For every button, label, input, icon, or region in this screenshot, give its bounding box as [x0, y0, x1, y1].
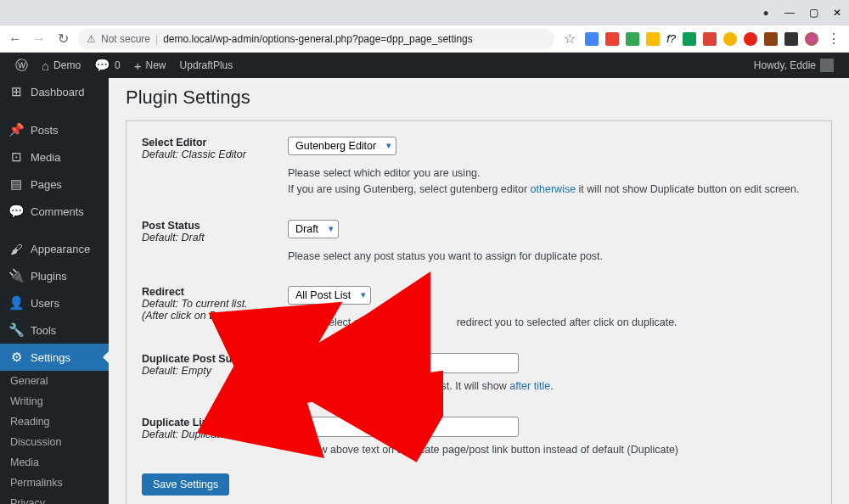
- submenu-privacy[interactable]: Privacy: [0, 493, 109, 504]
- admin-sidebar: ⊞Dashboard 📌Posts ⊡Media ▤Pages 💬Comment…: [0, 78, 109, 504]
- sidebar-item-settings[interactable]: ⚙Settings: [0, 344, 109, 371]
- submenu-permalinks[interactable]: Permalinks: [0, 473, 109, 493]
- menu-separator: [0, 109, 109, 113]
- main-content: Plugin Settings Select Editor Default: C…: [109, 78, 849, 504]
- row-suffix: Duplicate Post Suffix Default: Empty xxx…: [142, 353, 816, 395]
- sidebar-item-label: Plugins: [31, 270, 67, 283]
- site-name: Demo: [53, 59, 81, 71]
- sidebar-item-comments[interactable]: 💬Comments: [0, 198, 109, 225]
- sidebar-item-label: Dashboard: [31, 86, 85, 98]
- submenu-general[interactable]: General: [0, 371, 109, 391]
- user-icon: 👤: [8, 295, 24, 311]
- plus-icon: +: [134, 59, 142, 73]
- field-label: Duplicate Link Text: [142, 417, 288, 428]
- updraftplus-menu[interactable]: UpdraftPlus: [173, 53, 240, 78]
- dashboard-icon: ⊞: [8, 84, 24, 99]
- close-window-icon[interactable]: ✕: [832, 8, 842, 18]
- field-default: Default: Duplicate: [142, 428, 288, 440]
- ext-icon[interactable]: [703, 32, 717, 46]
- submenu-writing[interactable]: Writing: [0, 391, 109, 412]
- suffix-input[interactable]: [288, 353, 519, 373]
- sidebar-item-label: Appearance: [31, 243, 90, 255]
- sidebar-item-tools[interactable]: 🔧Tools: [0, 316, 109, 344]
- avatar: [820, 59, 834, 72]
- field-default: Default: To current list.: [142, 298, 288, 310]
- ext-icon[interactable]: [605, 32, 619, 46]
- address-bar[interactable]: ⚠ Not secure | demo.local/wp-admin/optio…: [78, 29, 554, 49]
- pin-icon: 📌: [8, 122, 24, 137]
- warning-icon: ⚠: [87, 33, 96, 45]
- submenu-discussion[interactable]: Discussion: [0, 432, 109, 452]
- field-label: Select Editor: [142, 137, 288, 148]
- help-text: Please select which editor you are using…: [288, 165, 816, 182]
- minimize-icon[interactable]: —: [784, 8, 795, 18]
- bookmark-star-icon[interactable]: ☆: [561, 31, 578, 48]
- sidebar-item-media[interactable]: ⊡Media: [0, 143, 109, 171]
- ext-icon[interactable]: [585, 32, 599, 46]
- row-redirect: Redirect Default: To current list. (Afte…: [142, 286, 816, 331]
- field-default: (After click on Duplicate): [142, 310, 288, 322]
- sidebar-item-plugins[interactable]: 🔌Plugins: [0, 262, 109, 289]
- sidebar-item-label: Media: [31, 151, 60, 164]
- page-title: Plugin Settings: [126, 87, 832, 109]
- updraft-label: UpdraftPlus: [180, 59, 233, 71]
- submenu-media[interactable]: Media: [0, 452, 109, 473]
- field-default: Default: Empty: [142, 365, 288, 377]
- wp-admin-bar: ⓦ ⌂Demo 💬0 +New UpdraftPlus Howdy, Eddie: [0, 53, 849, 78]
- browser-toolbar: ← → ↻ ⚠ Not secure | demo.local/wp-admin…: [0, 25, 849, 53]
- site-name-menu[interactable]: ⌂Demo: [35, 53, 87, 78]
- comment-icon: 💬: [8, 204, 24, 219]
- forward-button[interactable]: →: [31, 31, 48, 48]
- ext-icon[interactable]: [683, 32, 696, 46]
- page-icon: ▤: [8, 176, 24, 192]
- sidebar-item-pages[interactable]: ▤Pages: [0, 171, 109, 198]
- security-label: Not secure: [101, 33, 150, 45]
- gear-icon: ⚙: [8, 350, 24, 365]
- save-settings-button[interactable]: Save Settings: [142, 473, 229, 496]
- submenu-reading[interactable]: Reading: [0, 412, 109, 432]
- menu-separator: [0, 228, 109, 232]
- ext-icon[interactable]: f?: [666, 32, 676, 45]
- sidebar-item-label: Settings: [31, 351, 70, 364]
- comment-icon: 💬: [94, 58, 110, 73]
- back-button[interactable]: ←: [7, 31, 24, 48]
- field-label: Redirect: [142, 286, 288, 298]
- help-text: xxxxxxw above text on duplicate page/pos…: [288, 442, 816, 458]
- extensions-row: f? ⋮: [585, 31, 842, 48]
- new-content-menu[interactable]: +New: [127, 53, 173, 78]
- maximize-icon[interactable]: ▢: [808, 8, 818, 18]
- my-account-menu[interactable]: Howdy, Eddie: [747, 53, 841, 78]
- linktext-input[interactable]: [288, 417, 519, 437]
- wp-logo-menu[interactable]: ⓦ: [8, 53, 35, 78]
- editor-select[interactable]: Gutenberg Editor: [288, 137, 396, 155]
- comment-count: 0: [115, 59, 121, 71]
- field-label: Duplicate Post Suffix: [142, 353, 288, 365]
- field-default: Default: Classic Editor: [142, 148, 288, 160]
- home-icon: ⌂: [42, 59, 49, 73]
- status-select[interactable]: Draft: [288, 220, 339, 238]
- comments-menu[interactable]: 💬0: [87, 53, 127, 78]
- profile-avatar-icon[interactable]: [805, 32, 818, 46]
- sidebar-item-users[interactable]: 👤Users: [0, 289, 109, 316]
- help-text: Please select any post status you want t…: [288, 249, 816, 265]
- redirect-select[interactable]: All Post List: [288, 286, 371, 305]
- settings-panel: Select Editor Default: Classic Editor Gu…: [126, 120, 832, 504]
- help-text: If you are using Gutenberg, select guten…: [288, 182, 816, 198]
- ext-icon[interactable]: [626, 32, 639, 46]
- new-label: New: [146, 59, 166, 71]
- sidebar-item-posts[interactable]: 📌Posts: [0, 116, 109, 143]
- sidebar-item-appearance[interactable]: 🖌Appearance: [0, 236, 109, 262]
- ext-icon[interactable]: [744, 32, 757, 46]
- ext-icon[interactable]: [723, 32, 737, 46]
- ext-icon[interactable]: [784, 32, 798, 46]
- browser-titlebar: ● — ▢ ✕: [0, 0, 849, 25]
- chrome-menu-icon[interactable]: ⋮: [825, 31, 842, 48]
- ext-icon[interactable]: [764, 32, 778, 46]
- ext-icon[interactable]: [646, 32, 660, 46]
- sidebar-item-dashboard[interactable]: ⊞Dashboard: [0, 78, 109, 105]
- sidebar-item-label: Comments: [31, 205, 84, 218]
- sidebar-item-label: Tools: [31, 324, 56, 337]
- plugin-icon: 🔌: [8, 268, 24, 283]
- reload-button[interactable]: ↻: [54, 31, 71, 48]
- brush-icon: 🖌: [8, 242, 24, 256]
